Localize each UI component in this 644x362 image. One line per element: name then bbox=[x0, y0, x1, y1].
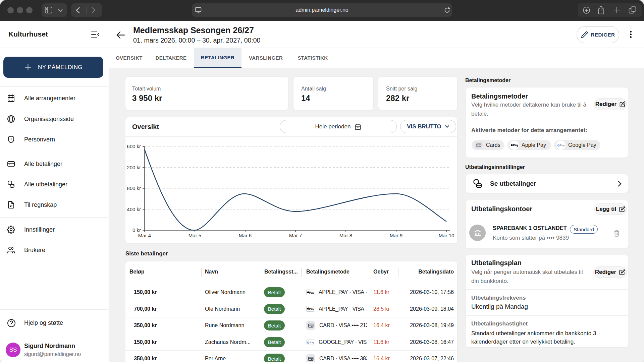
svg-text:600 kr: 600 kr bbox=[127, 143, 141, 149]
svg-text:0 kr: 0 kr bbox=[132, 227, 141, 233]
svg-text:400 kr: 400 kr bbox=[127, 206, 141, 212]
svg-text:Mar 4: Mar 4 bbox=[138, 233, 151, 238]
svg-text:G: G bbox=[307, 341, 309, 344]
svg-text:Pay: Pay bbox=[560, 144, 565, 147]
svg-text:Mar 6: Mar 6 bbox=[239, 233, 252, 238]
svg-text:200 kr: 200 kr bbox=[127, 165, 141, 170]
svg-text:Pay: Pay bbox=[513, 143, 518, 147]
svg-text:Pay: Pay bbox=[309, 307, 313, 310]
svg-text:G: G bbox=[557, 143, 560, 147]
svg-text:Pay: Pay bbox=[309, 291, 313, 294]
svg-text:Pay: Pay bbox=[310, 341, 314, 344]
svg-text:Mar 10: Mar 10 bbox=[439, 233, 454, 238]
svg-text:800 kr: 800 kr bbox=[127, 185, 141, 191]
svg-text:Mar 7: Mar 7 bbox=[289, 233, 302, 238]
svg-text:Mar 5: Mar 5 bbox=[189, 233, 201, 238]
svg-text:Mar 8: Mar 8 bbox=[339, 233, 352, 238]
svg-text:Mar 9: Mar 9 bbox=[390, 233, 402, 238]
